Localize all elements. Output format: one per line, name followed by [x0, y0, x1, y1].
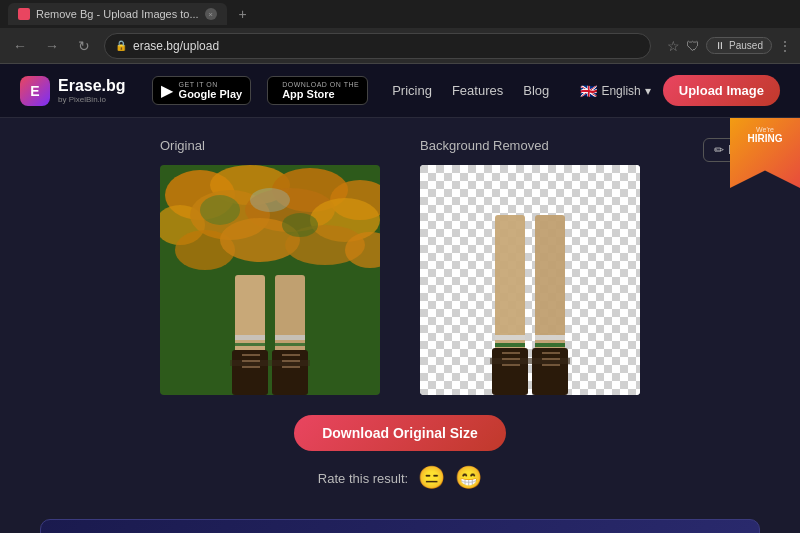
app-store-badge[interactable]: Download on the App Store: [267, 76, 368, 105]
shield-button[interactable]: 🛡: [686, 38, 700, 54]
original-label: Original: [160, 138, 205, 153]
svg-rect-19: [235, 343, 265, 346]
google-play-icon: ▶: [161, 81, 173, 100]
download-button[interactable]: Download Original Size: [294, 415, 506, 451]
forward-button[interactable]: →: [40, 34, 64, 58]
address-field[interactable]: 🔒 erase.bg/upload: [104, 33, 651, 59]
tab-title: Remove Bg - Upload Images to...: [36, 8, 199, 20]
add-tab-button[interactable]: +: [233, 4, 253, 24]
lang-label: English: [601, 84, 640, 98]
nav-links: Pricing Features Blog: [392, 83, 549, 98]
lock-icon: 🔒: [115, 40, 127, 51]
svg-rect-39: [495, 335, 525, 340]
nav-link-features[interactable]: Features: [452, 83, 503, 98]
logo-name: Erase.bg: [58, 77, 126, 95]
svg-rect-20: [275, 335, 305, 340]
image-columns: Original: [40, 138, 760, 395]
star-button[interactable]: ☆: [667, 38, 680, 54]
svg-rect-41: [535, 335, 565, 340]
download-section: Download Original Size Rate this result:…: [40, 415, 760, 491]
logo[interactable]: E Erase.bg by PixelBin.io: [20, 76, 126, 106]
rate-section: Rate this result: 😑 😁: [318, 465, 482, 491]
removed-label: Background Removed: [420, 138, 549, 153]
removed-image-bg: [420, 165, 640, 395]
browser-chrome: Remove Bg - Upload Images to... × + ← → …: [0, 0, 800, 64]
google-play-label: GET IT ON: [179, 81, 243, 88]
original-image-svg: [160, 165, 380, 395]
navbar: E Erase.bg by PixelBin.io ▶ GET IT ON Go…: [0, 64, 800, 118]
pause-button[interactable]: ⏸ Paused: [706, 37, 772, 54]
original-image-container: [160, 165, 380, 395]
svg-rect-40: [495, 343, 525, 347]
app-store-name: App Store: [282, 88, 359, 100]
app-store-label: Download on the: [282, 81, 359, 88]
svg-rect-18: [235, 335, 265, 340]
hiring-we-are: We're: [756, 126, 774, 133]
nav-right: 🇬🇧 English ▾ Upload Image: [580, 75, 780, 106]
nav-link-blog[interactable]: Blog: [523, 83, 549, 98]
tab-favicon: [18, 8, 30, 20]
google-play-text: GET IT ON Google Play: [179, 81, 243, 100]
logo-icon: E: [20, 76, 50, 106]
browser-title-bar: Remove Bg - Upload Images to... × +: [0, 0, 800, 28]
menu-button[interactable]: ⋮: [778, 38, 792, 54]
svg-rect-22: [232, 350, 268, 395]
bottom-banner[interactable]: ✕ Want to Remove Background from Images …: [40, 519, 760, 533]
svg-rect-24: [272, 350, 308, 395]
main-content: ✏ Edit Original: [0, 118, 800, 511]
svg-rect-43: [492, 348, 528, 395]
browser-tab[interactable]: Remove Bg - Upload Images to... ×: [8, 3, 227, 25]
refresh-button[interactable]: ↻: [72, 34, 96, 58]
pause-icon: ⏸: [715, 40, 725, 51]
browser-address-bar: ← → ↻ 🔒 erase.bg/upload ☆ 🛡 ⏸ Paused ⋮: [0, 28, 800, 64]
back-button[interactable]: ←: [8, 34, 32, 58]
pause-label: Paused: [729, 40, 763, 51]
flag-icon: 🇬🇧: [580, 83, 597, 99]
svg-rect-21: [275, 343, 305, 346]
removed-image-svg: [420, 165, 640, 395]
browser-actions: ☆ 🛡 ⏸ Paused ⋮: [667, 37, 792, 54]
sad-emoji[interactable]: 😑: [418, 465, 445, 491]
removed-image-container: [420, 165, 640, 395]
google-play-badge[interactable]: ▶ GET IT ON Google Play: [152, 76, 252, 105]
google-play-name: Google Play: [179, 88, 243, 100]
logo-text-group: Erase.bg by PixelBin.io: [58, 77, 126, 104]
svg-rect-45: [532, 348, 568, 395]
removed-column: Background Removed: [420, 138, 640, 395]
happy-emoji[interactable]: 😁: [455, 465, 482, 491]
nav-link-pricing[interactable]: Pricing: [392, 83, 432, 98]
language-selector[interactable]: 🇬🇧 English ▾: [580, 83, 650, 99]
upload-image-button[interactable]: Upload Image: [663, 75, 780, 106]
app-store-text: Download on the App Store: [282, 81, 359, 100]
svg-point-13: [200, 195, 240, 225]
svg-point-14: [282, 213, 318, 237]
edit-icon: ✏: [714, 143, 724, 157]
rate-label: Rate this result:: [318, 471, 408, 486]
tab-close-button[interactable]: ×: [205, 8, 217, 20]
hiring-text: HIRING: [748, 133, 783, 144]
chevron-down-icon: ▾: [645, 84, 651, 98]
address-text: erase.bg/upload: [133, 39, 219, 53]
website-content: E Erase.bg by PixelBin.io ▶ GET IT ON Go…: [0, 64, 800, 533]
original-column: Original: [160, 138, 380, 395]
svg-point-15: [250, 188, 290, 212]
svg-rect-42: [535, 343, 565, 347]
logo-sub: by PixelBin.io: [58, 95, 126, 104]
